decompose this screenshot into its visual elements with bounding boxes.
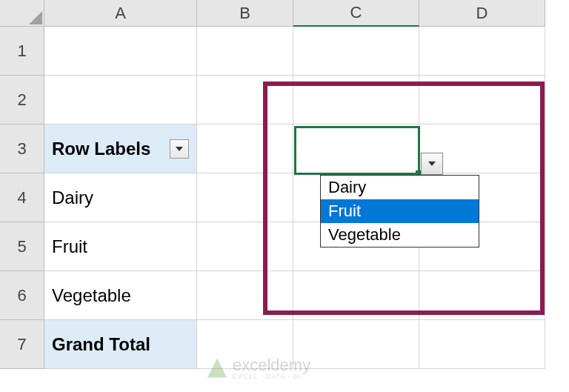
- cell-d7[interactable]: [419, 320, 545, 369]
- col-header-c[interactable]: C: [293, 0, 419, 27]
- cell-d2[interactable]: [419, 76, 545, 124]
- col-header-d[interactable]: D: [419, 0, 545, 27]
- row-header-2[interactable]: 2: [0, 76, 44, 124]
- cell-b6[interactable]: [197, 271, 293, 320]
- col-header-b[interactable]: B: [197, 0, 293, 27]
- dropdown-option-dairy[interactable]: Dairy: [321, 176, 479, 199]
- cell-a6[interactable]: Vegetable: [44, 271, 197, 320]
- dropdown-option-fruit[interactable]: Fruit: [321, 199, 479, 223]
- cell-c7[interactable]: [293, 320, 419, 369]
- row-header-4[interactable]: 4: [0, 173, 44, 222]
- cell-b4[interactable]: [197, 173, 293, 222]
- active-cell-c3[interactable]: [294, 126, 420, 175]
- row-header-7[interactable]: 7: [0, 320, 44, 369]
- cell-a1[interactable]: [44, 27, 197, 76]
- dropdown-option-vegetable[interactable]: Vegetable: [321, 223, 479, 247]
- cell-c2[interactable]: [293, 76, 419, 124]
- cell-b2[interactable]: [197, 76, 293, 124]
- row-header-3[interactable]: 3: [0, 124, 44, 173]
- cell-b1[interactable]: [197, 27, 293, 76]
- dropdown-list: Dairy Fruit Vegetable: [320, 175, 479, 248]
- data-validation-dropdown-button[interactable]: [421, 153, 443, 175]
- cell-a7-grand-total[interactable]: Grand Total: [44, 320, 197, 369]
- cell-a3-row-labels[interactable]: Row Labels: [44, 124, 197, 173]
- row-labels-text: Row Labels: [52, 139, 150, 159]
- cell-c6[interactable]: [293, 271, 419, 320]
- watermark-tagline: EXCEL · DATA · BI: [233, 373, 310, 380]
- cell-b5[interactable]: [197, 222, 293, 271]
- cell-d1[interactable]: [419, 27, 545, 76]
- cell-d6[interactable]: [419, 271, 545, 320]
- cell-c1[interactable]: [293, 27, 419, 76]
- cell-a4[interactable]: Dairy: [44, 173, 197, 222]
- spreadsheet-grid: A B C D 1 2 3 Row Labels 4 Dairy 5 Fruit…: [0, 0, 569, 369]
- select-all-corner[interactable]: [0, 0, 44, 27]
- col-header-a[interactable]: A: [44, 0, 197, 27]
- cell-b3[interactable]: [197, 124, 293, 173]
- row-header-6[interactable]: 6: [0, 271, 44, 320]
- cell-a5[interactable]: Fruit: [44, 222, 197, 271]
- watermark-logo-icon: [207, 359, 227, 378]
- row-header-5[interactable]: 5: [0, 222, 44, 271]
- filter-dropdown-button[interactable]: [170, 139, 189, 159]
- watermark: exceldemy EXCEL · DATA · BI: [207, 356, 310, 380]
- row-header-1[interactable]: 1: [0, 27, 44, 76]
- cell-a2[interactable]: [44, 76, 197, 124]
